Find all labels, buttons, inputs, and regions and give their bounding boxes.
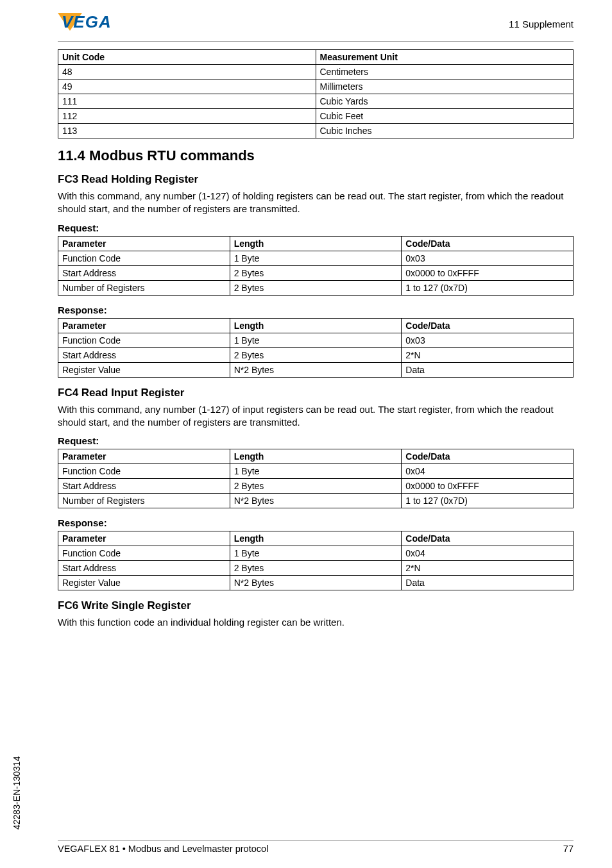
measurement-unit-header: Measurement Unit — [316, 50, 574, 65]
cell: Cubic Inches — [316, 124, 574, 138]
col-header: Parameter — [58, 318, 230, 333]
header-supplement: 11 Supplement — [509, 19, 574, 29]
cell: Register Value — [58, 576, 230, 590]
fc4-request-table: Parameter Length Code/Data Function Code… — [58, 449, 574, 508]
col-header: Code/Data — [402, 449, 574, 464]
cell: Number of Registers — [58, 280, 230, 295]
side-document-id: 42283-EN-130314 — [12, 756, 22, 830]
table-row: Register ValueN*2 BytesData — [58, 576, 574, 590]
cell: 111 — [58, 94, 316, 109]
cell: Millimeters — [316, 79, 574, 94]
unit-code-header: Unit Code — [58, 50, 316, 65]
col-header: Parameter — [58, 531, 230, 546]
table-header-row: Parameter Length Code/Data — [58, 318, 574, 333]
fc3-request-label: Request: — [58, 222, 574, 233]
cell: N*2 Bytes — [230, 362, 402, 377]
cell: 0x03 — [402, 251, 574, 265]
col-header: Code/Data — [402, 236, 574, 251]
cell: Start Address — [58, 479, 230, 494]
table-row: Register ValueN*2 BytesData — [58, 362, 574, 377]
fc6-description: With this function code an individual ho… — [58, 616, 574, 629]
cell: Start Address — [58, 347, 230, 362]
cell: 49 — [58, 79, 316, 94]
table-header-row: Parameter Length Code/Data — [58, 531, 574, 546]
cell: Centimeters — [316, 65, 574, 79]
table-header-row: Parameter Length Code/Data — [58, 449, 574, 464]
cell: 112 — [58, 109, 316, 124]
cell: 1 Byte — [230, 546, 402, 561]
cell: 1 to 127 (0x7D) — [402, 280, 574, 295]
table-row: 112Cubic Feet — [58, 109, 574, 124]
footer-left: VEGAFLEX 81 • Modbus and Levelmaster pro… — [58, 844, 268, 854]
cell: Function Code — [58, 251, 230, 265]
cell: Function Code — [58, 333, 230, 347]
cell: 2*N — [402, 561, 574, 576]
cell: 0x0000 to 0xFFFF — [402, 479, 574, 494]
cell: 48 — [58, 65, 316, 79]
table-row: Function Code1 Byte0x03 — [58, 251, 574, 265]
col-header: Parameter — [58, 236, 230, 251]
fc3-heading: FC3 Read Holding Register — [58, 173, 574, 186]
fc3-response-table: Parameter Length Code/Data Function Code… — [58, 318, 574, 378]
cell: Cubic Feet — [316, 109, 574, 124]
cell: 0x0000 to 0xFFFF — [402, 265, 574, 280]
table-row: 49Millimeters — [58, 79, 574, 94]
cell: N*2 Bytes — [230, 494, 402, 508]
col-header: Length — [230, 531, 402, 546]
table-row: Start Address2 Bytes0x0000 to 0xFFFF — [58, 479, 574, 494]
section-title: 11.4 Modbus RTU commands — [58, 147, 574, 164]
cell: 0x04 — [402, 464, 574, 479]
col-header: Length — [230, 318, 402, 333]
fc3-description: With this command, any number (1-127) of… — [58, 190, 574, 216]
col-header: Code/Data — [402, 318, 574, 333]
cell: Data — [402, 362, 574, 377]
table-row: Start Address2 Bytes2*N — [58, 561, 574, 576]
cell: Register Value — [58, 362, 230, 377]
fc4-heading: FC4 Read Input Register — [58, 387, 574, 399]
col-header: Parameter — [58, 449, 230, 464]
footer-rule — [58, 840, 574, 841]
fc4-request-label: Request: — [58, 435, 574, 446]
cell: Function Code — [58, 464, 230, 479]
page-header: VEGA 11 Supplement — [58, 13, 574, 35]
fc3-response-label: Response: — [58, 305, 574, 315]
cell: Cubic Yards — [316, 94, 574, 109]
table-row: 111Cubic Yards — [58, 94, 574, 109]
svg-text:VEGA: VEGA — [62, 13, 112, 31]
cell: 2 Bytes — [230, 280, 402, 295]
cell: 1 Byte — [230, 251, 402, 265]
fc4-description: With this command, any number (1-127) of… — [58, 403, 574, 430]
table-header-row: Parameter Length Code/Data — [58, 236, 574, 251]
cell: 1 Byte — [230, 333, 402, 347]
header-rule — [58, 41, 574, 42]
cell: Function Code — [58, 546, 230, 561]
cell: 1 to 127 (0x7D) — [402, 494, 574, 508]
cell: Start Address — [58, 561, 230, 576]
table-row: Start Address2 Bytes2*N — [58, 347, 574, 362]
cell: Number of Registers — [58, 494, 230, 508]
fc4-response-label: Response: — [58, 517, 574, 528]
table-row: Function Code1 Byte0x04 — [58, 546, 574, 561]
cell: 2 Bytes — [230, 265, 402, 280]
page-footer: VEGAFLEX 81 • Modbus and Levelmaster pro… — [58, 840, 574, 854]
col-header: Code/Data — [402, 531, 574, 546]
cell: 0x03 — [402, 333, 574, 347]
cell: 1 Byte — [230, 464, 402, 479]
cell: Start Address — [58, 265, 230, 280]
table-row: Start Address2 Bytes0x0000 to 0xFFFF — [58, 265, 574, 280]
col-header: Length — [230, 449, 402, 464]
cell: 2*N — [402, 347, 574, 362]
table-row: Function Code1 Byte0x04 — [58, 464, 574, 479]
cell: 113 — [58, 124, 316, 138]
table-row: 48Centimeters — [58, 65, 574, 79]
cell: 0x04 — [402, 546, 574, 561]
table-row: Number of RegistersN*2 Bytes1 to 127 (0x… — [58, 494, 574, 508]
cell: N*2 Bytes — [230, 576, 402, 590]
col-header: Length — [230, 236, 402, 251]
cell: Data — [402, 576, 574, 590]
fc6-heading: FC6 Write Single Register — [58, 599, 574, 612]
cell: 2 Bytes — [230, 479, 402, 494]
fc4-response-table: Parameter Length Code/Data Function Code… — [58, 531, 574, 590]
unit-code-table: Unit Code Measurement Unit 48Centimeters… — [58, 49, 574, 138]
table-row: Function Code1 Byte0x03 — [58, 333, 574, 347]
